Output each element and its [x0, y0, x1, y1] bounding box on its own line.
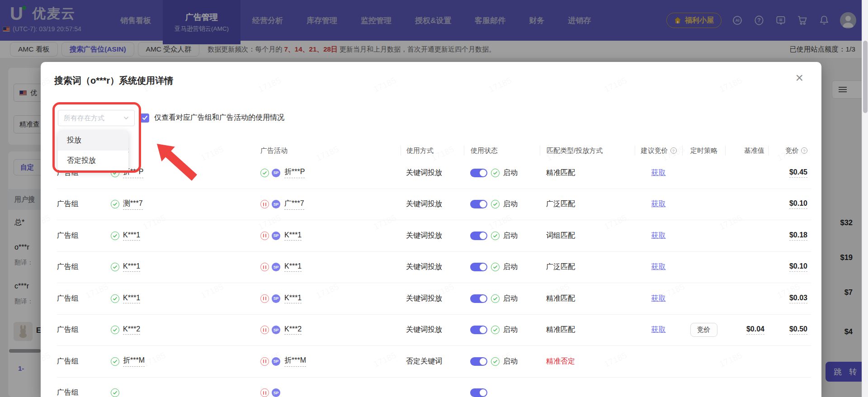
- entity-type-cell: 广告组: [57, 199, 107, 209]
- ad-group-name-link[interactable]: K***1: [123, 231, 140, 241]
- ad-group-cell: K***1: [107, 231, 240, 241]
- campaign-name-link[interactable]: K***2: [284, 325, 302, 335]
- bid-value[interactable]: $0.45: [789, 168, 807, 178]
- ad-group-cell: K***1: [107, 294, 240, 303]
- bid-schedule-tag[interactable]: 竞价: [690, 323, 717, 337]
- watermark-text: 17185: [41, 213, 52, 232]
- enabled-check-icon: [111, 232, 119, 240]
- paused-icon: [260, 326, 269, 334]
- match-type-cell: 精准匹配: [540, 168, 635, 178]
- campaign-name-link[interactable]: 折***M: [284, 356, 306, 367]
- campaign-name-link[interactable]: 折***P: [284, 167, 305, 178]
- status-toggle[interactable]: [470, 326, 487, 334]
- table-row: 广告组测***7SP广***7关键词投放启动广泛匹配获取$0.10: [57, 189, 811, 221]
- ad-group-name-link[interactable]: 测***7: [123, 199, 143, 210]
- get-suggested-bid-link[interactable]: 获取: [651, 168, 666, 178]
- get-suggested-bid-link[interactable]: 获取: [651, 262, 666, 272]
- ad-group-name-link[interactable]: K***1: [123, 294, 140, 303]
- filter-checkbox-row: 仅查看对应广告组和广告活动的使用情况: [140, 113, 284, 123]
- campaign-cell: SP折***P: [240, 167, 401, 178]
- get-suggested-bid-link[interactable]: 获取: [651, 294, 666, 303]
- status-cell: 启动: [464, 199, 540, 209]
- enabled-check-icon: [491, 294, 500, 303]
- status-toggle[interactable]: [470, 357, 487, 366]
- bid-value[interactable]: $0.10: [789, 199, 807, 209]
- column-header-label: 基准值: [744, 147, 764, 155]
- bid-value[interactable]: $0.10: [789, 262, 807, 272]
- enabled-check-icon: [111, 294, 119, 303]
- campaign-name-link[interactable]: 广***7: [284, 199, 304, 210]
- checkbox-label: 仅查看对应广告组和广告活动的使用情况: [154, 113, 284, 123]
- status-label: 启动: [503, 262, 518, 272]
- campaign-name-link[interactable]: K***1: [284, 262, 302, 272]
- status-cell: 启动: [464, 325, 540, 335]
- entity-type-cell: 广告组: [57, 231, 107, 241]
- bid-value[interactable]: $0.18: [789, 231, 807, 241]
- dropdown-option-否定投放[interactable]: 否定投放: [58, 151, 128, 171]
- table-row: 广告组K***1SPK***1关键词投放启动精准匹配获取$0.03: [57, 283, 811, 315]
- suggested-bid-cell: 获取: [635, 168, 682, 178]
- status-label: 启动: [503, 168, 518, 178]
- get-suggested-bid-link[interactable]: 获取: [651, 199, 666, 209]
- column-header: 广告活动: [240, 146, 401, 156]
- table-row: 广告组折***PSP折***P关键词投放启动精准匹配获取$0.45: [57, 157, 811, 189]
- watermark-text: 17185: [41, 76, 52, 95]
- campaign-name-link[interactable]: K***1: [284, 231, 302, 241]
- sp-badge-icon: SP: [272, 326, 280, 334]
- watermark-text: 17185: [487, 76, 513, 95]
- campaign-cell: SP折***M: [240, 356, 401, 367]
- match-type-cell: 精准匹配: [540, 294, 635, 303]
- dropdown-option-投放[interactable]: 投放: [58, 130, 128, 151]
- usage-type-cell: 关键词投放: [401, 325, 464, 335]
- enabled-check-icon: [111, 263, 119, 271]
- column-header-label: 竞价: [785, 147, 799, 155]
- bid-cell: $0.50: [768, 325, 811, 335]
- ad-group-name-link[interactable]: 折***M: [123, 356, 145, 367]
- modal-title: 搜索词（o***r）系统使用详情: [54, 75, 173, 87]
- column-header: 匹配类型/投放方式: [540, 146, 635, 156]
- sp-badge-icon: SP: [272, 169, 280, 177]
- ad-group-name-link[interactable]: K***2: [123, 325, 140, 335]
- column-header-label: 广告活动: [260, 147, 288, 155]
- status-toggle[interactable]: [470, 200, 487, 208]
- enabled-check-icon: [491, 232, 500, 240]
- checked-checkbox[interactable]: [140, 113, 149, 123]
- match-type-label: 词组匹配: [546, 231, 575, 241]
- column-header: 定时策略: [682, 146, 725, 156]
- existence-type-select[interactable]: 所有存在方式: [58, 110, 135, 126]
- enabled-check-icon: [111, 200, 119, 208]
- status-toggle[interactable]: [470, 263, 487, 271]
- status-toggle[interactable]: [470, 169, 487, 177]
- watermark-text: 17185: [41, 350, 52, 369]
- close-icon[interactable]: ×: [795, 71, 803, 85]
- table-body: 广告组折***PSP折***P关键词投放启动精准匹配获取$0.45广告组测***…: [57, 157, 811, 397]
- status-toggle[interactable]: [470, 232, 487, 240]
- campaign-name-link[interactable]: K***1: [284, 294, 302, 303]
- get-suggested-bid-link[interactable]: 获取: [651, 325, 666, 335]
- status-cell: 启动: [464, 357, 540, 366]
- enabled-check-icon: [491, 326, 500, 334]
- get-suggested-bid-link[interactable]: 获取: [651, 231, 666, 241]
- campaign-cell: SPK***1: [240, 231, 401, 241]
- status-toggle[interactable]: [470, 388, 487, 397]
- match-type-cell: 广泛匹配: [540, 262, 635, 272]
- usage-type-cell: 关键词投放: [401, 168, 464, 178]
- bid-value[interactable]: $0.50: [789, 325, 807, 335]
- sp-badge-icon: SP: [272, 388, 280, 397]
- ad-group-name-link[interactable]: K***1: [123, 262, 140, 272]
- campaign-cell: SP广***7: [240, 199, 401, 210]
- info-icon[interactable]: ?: [801, 147, 807, 154]
- page-scrollbar-thumb[interactable]: [863, 41, 868, 113]
- bid-cell: $0.03: [768, 294, 811, 303]
- bid-value[interactable]: $0.03: [789, 294, 807, 303]
- bid-cell: $0.18: [768, 231, 811, 241]
- match-type-label: 广泛匹配: [546, 199, 575, 209]
- entity-type-cell: 广告组: [57, 294, 107, 303]
- info-icon[interactable]: ?: [670, 147, 677, 154]
- status-label: 启动: [503, 325, 518, 335]
- match-type-label: 精准否定: [546, 357, 575, 366]
- status-toggle[interactable]: [470, 294, 487, 303]
- page-scrollbar[interactable]: [862, 0, 868, 397]
- base-value[interactable]: $0.04: [746, 325, 764, 335]
- suggested-bid-cell: 获取: [635, 231, 682, 241]
